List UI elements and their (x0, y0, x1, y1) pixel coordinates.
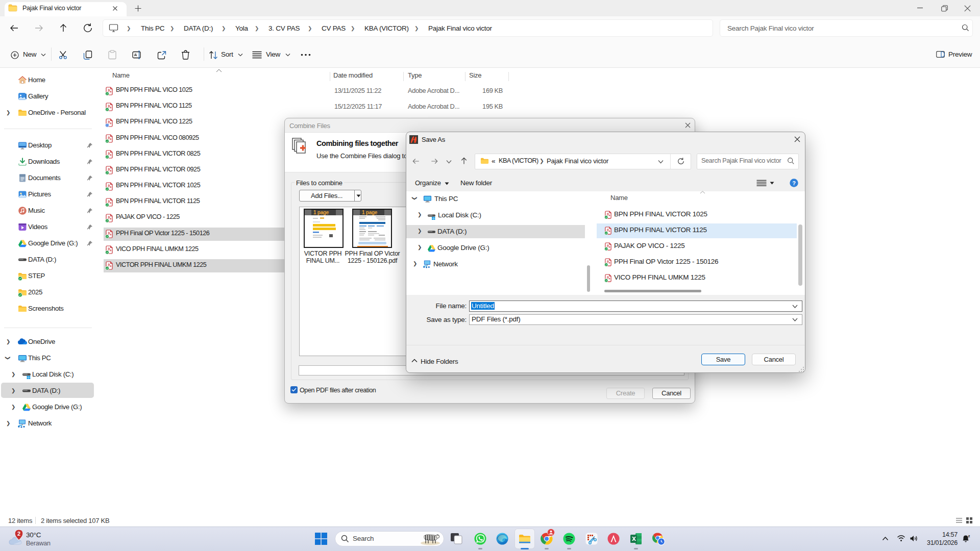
svg-text:?: ? (792, 180, 796, 186)
svg-text:z: z (968, 534, 970, 538)
svg-text:2: 2 (17, 531, 20, 537)
